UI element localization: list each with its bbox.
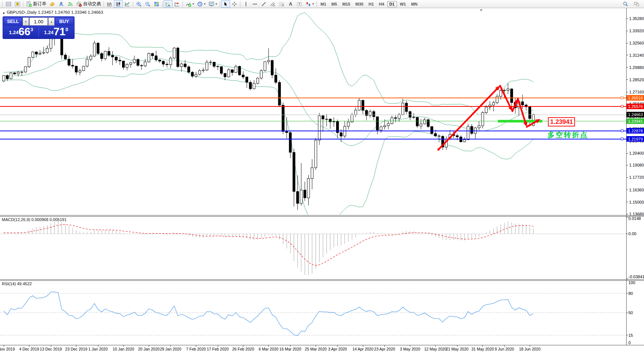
- date-tick-label: 21 May 2020: [446, 347, 469, 351]
- templates-icon: [208, 1, 214, 7]
- rsi-indicator-label: RSI(14) 49.4522: [2, 282, 32, 286]
- metaeditor-button[interactable]: [48, 0, 57, 8]
- auto-scroll-button[interactable]: [164, 0, 172, 8]
- line-handle[interactable]: [621, 105, 623, 108]
- line-handle[interactable]: [621, 138, 623, 140]
- price-chart[interactable]: 1.352801.339201.325601.312401.298801.285…: [0, 0, 644, 352]
- chart-shift-marker[interactable]: [480, 9, 483, 11]
- candle-body: [72, 65, 74, 66]
- svg-text:T: T: [299, 2, 301, 6]
- zoom-in-button[interactable]: [134, 0, 143, 8]
- channel-button[interactable]: E: [268, 0, 277, 8]
- autotrading-button[interactable]: 自动交易: [75, 0, 102, 8]
- chat-button[interactable]: [632, 0, 641, 8]
- candle-body: [355, 110, 357, 115]
- new-order-label: 新订单: [33, 1, 46, 7]
- timeframe-mn[interactable]: MN: [409, 1, 420, 7]
- chart-line-button[interactable]: [123, 0, 132, 8]
- chart-bars-button[interactable]: [105, 0, 114, 8]
- tile-windows-button[interactable]: [152, 0, 161, 8]
- timeframe-m15[interactable]: M15: [340, 1, 352, 7]
- data-window-icon: [14, 1, 20, 7]
- chart-shift-button[interactable]: [172, 0, 181, 8]
- date-tick-label: 6 Mar 2020: [259, 347, 278, 351]
- candle-body: [86, 59, 88, 66]
- chevron-down-icon[interactable]: ▾: [216, 2, 217, 6]
- date-tick-label: 26 Feb 2020: [232, 347, 254, 351]
- volume-increase-button[interactable]: ▴: [48, 17, 55, 26]
- new-order-button[interactable]: 新订单: [24, 0, 48, 8]
- metaeditor-icon: [49, 1, 55, 7]
- chevron-down-icon[interactable]: ▾: [193, 2, 194, 6]
- date-tick-label: 23 Dec 2019: [65, 347, 88, 351]
- line-handle[interactable]: [621, 130, 623, 132]
- rsi-tick-label: 100: [628, 280, 635, 285]
- text-label-button[interactable]: T: [295, 0, 304, 8]
- turning-point-label[interactable]: 多空转折点: [548, 130, 588, 140]
- timeframe-h4[interactable]: H4: [377, 1, 387, 7]
- buy-price-small: 1.24: [44, 30, 53, 35]
- timeframe-h1[interactable]: H1: [366, 1, 376, 7]
- cursor-icon: [223, 1, 229, 7]
- sell-button[interactable]: SELL: [4, 17, 22, 26]
- line-handle[interactable]: [621, 97, 623, 99]
- buy-button[interactable]: BUY: [55, 17, 73, 26]
- price-tick-label: 1.28520: [629, 78, 644, 82]
- one-click-trading-panel: SELL ▾ ▴ BUY 1.24663 1.24710: [3, 16, 75, 39]
- candle-body: [93, 43, 95, 56]
- timeframe-d1[interactable]: D1: [387, 1, 397, 7]
- crosshair-button[interactable]: [230, 0, 239, 8]
- fibonacci-button[interactable]: F: [277, 0, 286, 8]
- collapse-icon[interactable]: ▲: [2, 11, 5, 14]
- date-tick-label: 18 Jun 2020: [519, 347, 540, 351]
- trendline-button[interactable]: [259, 0, 268, 8]
- candle-body: [264, 62, 266, 70]
- toolbar-separator: [104, 1, 104, 7]
- date-tick-label: 13 Dec 2019: [40, 347, 62, 351]
- text-button[interactable]: A: [286, 0, 295, 8]
- volume-input[interactable]: [29, 17, 48, 26]
- periods-button[interactable]: ▾: [196, 0, 207, 8]
- text-label-icon: T: [296, 1, 302, 7]
- candle-body: [369, 112, 371, 116]
- arrows-button[interactable]: ▾: [304, 0, 315, 8]
- timeframe-w1[interactable]: W1: [398, 1, 408, 7]
- crosshair-icon: [231, 1, 237, 7]
- candle-body: [111, 55, 114, 57]
- sell-price[interactable]: 1.24663: [4, 27, 39, 37]
- chevron-down-icon[interactable]: ▾: [312, 2, 314, 6]
- candle-body: [256, 78, 259, 83]
- vertical-line-button[interactable]: [242, 0, 250, 8]
- terminal-button[interactable]: [57, 0, 66, 8]
- candle-body: [82, 66, 85, 70]
- candle-body: [460, 137, 462, 142]
- timeframe-m1[interactable]: M1: [318, 1, 328, 7]
- timeframe-m5[interactable]: M5: [329, 1, 339, 7]
- horizontal-line-button[interactable]: [250, 0, 259, 8]
- signals-button[interactable]: [66, 0, 75, 8]
- date-tick-label: 3 Apr 2020: [328, 347, 347, 351]
- candle-body: [3, 76, 5, 81]
- text-icon: A: [288, 1, 293, 7]
- search-button[interactable]: [621, 0, 630, 8]
- timeframe-m30[interactable]: M30: [353, 1, 365, 7]
- date-tick-label: 14 Apr 2020: [352, 347, 374, 351]
- arrows-icon: [305, 1, 311, 7]
- buy-price[interactable]: 1.24710: [39, 27, 74, 37]
- candle-body: [427, 120, 429, 126]
- chevron-down-icon[interactable]: ▾: [204, 2, 206, 6]
- zoom-out-button[interactable]: [143, 0, 152, 8]
- data-window-button[interactable]: [13, 0, 22, 8]
- candle-body: [521, 102, 523, 105]
- sell-price-small: 1.24: [9, 30, 18, 35]
- market-watch-button[interactable]: [4, 0, 13, 8]
- volume-decrease-button[interactable]: ▾: [23, 17, 29, 26]
- price-annotation-box[interactable]: 1.23941: [548, 117, 575, 126]
- chart-bars-icon: [106, 1, 112, 7]
- cursor-button[interactable]: [221, 0, 230, 8]
- indicators-button[interactable]: ▾: [184, 0, 196, 8]
- candle-body: [151, 53, 154, 56]
- templates-button[interactable]: ▾: [207, 0, 218, 8]
- rsi-panel-layer: [0, 292, 626, 336]
- chart-candles-button[interactable]: [114, 0, 123, 8]
